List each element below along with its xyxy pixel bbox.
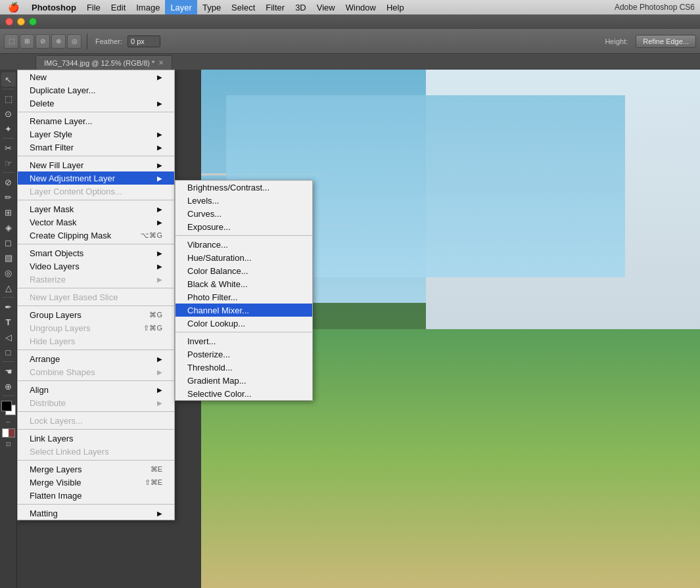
menu-item-hue-sat[interactable]: Hue/Saturation... — [175, 251, 312, 264]
close-button[interactable] — [5, 18, 13, 26]
tool-blur[interactable]: ◎ — [1, 265, 16, 280]
menu-item-black-white[interactable]: Black & White... — [175, 277, 312, 290]
menu-item-delete[interactable]: Delete ▶ — [18, 97, 174, 110]
menu-item-hide-layers[interactable]: Hide Layers — [18, 334, 174, 348]
swap-colors[interactable]: ↔ — [5, 418, 11, 425]
menu-item-new-adj[interactable]: New Adjustment Layer ▶ — [18, 171, 174, 185]
menu-item-duplicate[interactable]: Duplicate Layer... — [18, 83, 174, 97]
tool-magic-wand[interactable]: ✦ — [1, 122, 16, 136]
maximize-button[interactable] — [29, 18, 37, 26]
tool-path-select[interactable]: ◁ — [1, 330, 16, 344]
tool-type[interactable]: T — [1, 315, 16, 329]
menu-item-brightness[interactable]: Brightness/Contrast... — [175, 181, 312, 194]
menu-item-selective-color-label: Selective Color... — [187, 389, 252, 399]
tool-shape[interactable]: □ — [1, 345, 16, 359]
menubar-filter[interactable]: Filter — [260, 0, 290, 14]
tab-label: IMG_7344.jpg @ 12.5% (RGB/8) * — [44, 59, 154, 67]
menu-item-merge-layers[interactable]: Merge Layers ⌘E — [18, 463, 174, 476]
tool-dodge[interactable]: △ — [1, 281, 16, 295]
tool-hand[interactable]: ☚ — [1, 364, 16, 378]
menubar-edit[interactable]: Edit — [106, 0, 131, 14]
menu-item-merge-visible[interactable]: Merge Visible ⇧⌘E — [18, 476, 174, 489]
menu-item-rasterize[interactable]: Rasterize ▶ — [18, 273, 174, 286]
menu-item-layer-content[interactable]: Layer Content Options... — [18, 185, 174, 198]
toolbar-btn-3[interactable]: ⊘ — [35, 34, 50, 49]
tool-crop[interactable]: ✂ — [1, 141, 16, 155]
menu-item-layer-style[interactable]: Layer Style ▶ — [18, 127, 174, 141]
tool-pen[interactable]: ✒ — [1, 300, 16, 314]
toolbar-btn-2[interactable]: ⊞ — [20, 34, 34, 49]
menu-item-new[interactable]: New ▶ — [18, 70, 174, 83]
toolbar-btn-4[interactable]: ⊕ — [51, 34, 66, 49]
minimize-button[interactable] — [17, 18, 25, 26]
refine-edge-button[interactable]: Refine Edge... — [636, 35, 696, 48]
quick-mask-btn[interactable] — [2, 428, 15, 438]
menubar-3d[interactable]: 3D — [290, 0, 312, 14]
toolbar-btn-5[interactable]: ◎ — [67, 34, 82, 49]
menu-item-combine-shapes[interactable]: Combine Shapes ▶ — [18, 365, 174, 378]
menubar-image[interactable]: Image — [131, 0, 165, 14]
menu-item-curves[interactable]: Curves... — [175, 207, 312, 220]
tool-eraser[interactable]: ◻ — [1, 235, 16, 250]
menu-item-layer-mask[interactable]: Layer Mask ▶ — [18, 202, 174, 215]
menu-item-video-layers[interactable]: Video Layers ▶ — [18, 260, 174, 273]
menu-item-smart-objects[interactable]: Smart Objects ▶ — [18, 246, 174, 260]
document-tab[interactable]: IMG_7344.jpg @ 12.5% (RGB/8) * ✕ — [35, 55, 172, 70]
menu-item-exposure[interactable]: Exposure... — [175, 220, 312, 233]
menubar-layer[interactable]: Layer — [165, 0, 197, 14]
tool-healing[interactable]: ⊘ — [1, 175, 16, 189]
menu-item-invert[interactable]: Invert... — [175, 334, 312, 348]
tool-brush[interactable]: ✏ — [1, 190, 16, 204]
menu-item-levels[interactable]: Levels... — [175, 194, 312, 207]
menu-item-channel-mixer[interactable]: Channel Mixer... — [175, 304, 312, 317]
feather-input[interactable] — [128, 35, 160, 47]
menu-item-smart-filter[interactable]: Smart Filter ▶ — [18, 141, 174, 154]
tool-marquee[interactable]: ⬚ — [1, 91, 16, 106]
toolbar-btn-1[interactable]: ⬚ — [4, 34, 18, 49]
menubar-select[interactable]: Select — [226, 0, 260, 14]
menu-item-distribute[interactable]: Distribute ▶ — [18, 396, 174, 409]
menu-item-posterize[interactable]: Posterize... — [175, 348, 312, 361]
tab-close-icon[interactable]: ✕ — [158, 59, 164, 66]
menu-item-align[interactable]: Align ▶ — [18, 383, 174, 396]
menubar-type[interactable]: Type — [197, 0, 226, 14]
menu-item-select-linked[interactable]: Select Linked Layers — [18, 445, 174, 458]
menu-item-lock-layers[interactable]: Lock Layers... — [18, 414, 174, 427]
menu-item-rename[interactable]: Rename Layer... — [18, 114, 174, 127]
menu-item-selective-color[interactable]: Selective Color... — [175, 387, 312, 400]
menu-item-link-layers[interactable]: Link Layers — [18, 432, 174, 445]
menu-item-photo-filter[interactable]: Photo Filter... — [175, 290, 312, 304]
menu-item-new-slice[interactable]: New Layer Based Slice — [18, 290, 174, 304]
menu-item-arrange[interactable]: Arrange ▶ — [18, 352, 174, 365]
menu-item-ungroup-layers-label: Ungroup Layers — [30, 323, 91, 333]
menu-item-vector-mask[interactable]: Vector Mask ▶ — [18, 215, 174, 229]
menu-item-gradient-map[interactable]: Gradient Map... — [175, 374, 312, 387]
menu-item-ungroup-layers[interactable]: Ungroup Layers ⇧⌘G — [18, 321, 174, 334]
menu-item-group-layers[interactable]: Group Layers ⌘G — [18, 308, 174, 321]
foreground-color-swatch[interactable] — [1, 401, 12, 411]
menubar-view[interactable]: View — [312, 0, 340, 14]
tool-clone[interactable]: ⊞ — [1, 205, 16, 219]
menu-item-color-lookup[interactable]: Color Lookup... — [175, 317, 312, 330]
menubar-window[interactable]: Window — [340, 0, 381, 14]
apple-menu[interactable]: 🍎 — [0, 2, 26, 12]
menu-item-channel-mixer-label: Channel Mixer... — [187, 305, 249, 315]
tool-zoom[interactable]: ⊕ — [1, 379, 16, 394]
tool-lasso[interactable]: ⊙ — [1, 106, 16, 121]
tool-gradient[interactable]: ▧ — [1, 250, 16, 265]
menu-item-threshold[interactable]: Threshold... — [175, 361, 312, 374]
tool-eyedropper[interactable]: ☞ — [1, 156, 16, 170]
menubar-photoshop[interactable]: Photoshop — [26, 0, 82, 14]
menubar-file[interactable]: File — [82, 0, 106, 14]
tool-history-brush[interactable]: ◈ — [1, 220, 16, 235]
menu-item-color-balance[interactable]: Color Balance... — [175, 264, 312, 277]
menu-item-matting[interactable]: Matting ▶ — [18, 507, 174, 520]
menubar-help[interactable]: Help — [381, 0, 409, 14]
menu-item-new-fill[interactable]: New Fill Layer ▶ — [18, 158, 174, 171]
color-swatches[interactable] — [1, 401, 16, 415]
menu-item-vibrance[interactable]: Vibrance... — [175, 238, 312, 251]
menu-item-clipping-mask[interactable]: Create Clipping Mask ⌥⌘G — [18, 229, 174, 242]
screen-mode-btn[interactable]: ⊡ — [6, 441, 11, 447]
menu-item-flatten[interactable]: Flatten Image — [18, 489, 174, 502]
tool-move[interactable]: ↖ — [1, 72, 16, 87]
